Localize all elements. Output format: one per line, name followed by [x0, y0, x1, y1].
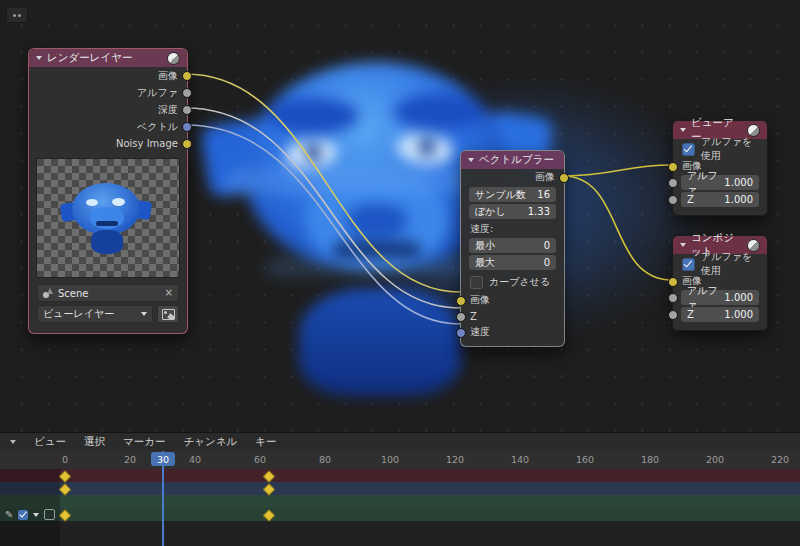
scene-icon	[43, 288, 53, 298]
current-frame-badge[interactable]: 30	[151, 452, 175, 466]
channel-box-icon[interactable]	[44, 509, 55, 520]
render-layers-icon	[167, 52, 180, 65]
channel-name-column	[0, 469, 60, 546]
collapse-icon[interactable]	[680, 243, 686, 247]
use-alpha-row[interactable]: アルファを使用	[673, 139, 767, 159]
socket-speed-in[interactable]	[456, 328, 466, 338]
ruler-tick: 160	[576, 454, 594, 465]
output-vector[interactable]: ベクトル	[29, 118, 187, 135]
input-z[interactable]: Z	[461, 308, 564, 324]
ruler-tick: 80	[319, 454, 331, 465]
channel-band-action[interactable]	[0, 495, 800, 508]
ruler-tick: 140	[511, 454, 529, 465]
use-alpha-row[interactable]: アルファを使用	[673, 254, 767, 274]
ruler-tick: 180	[641, 454, 659, 465]
timeline-menubar: ビュー 選択 マーカー チャンネル キー	[0, 433, 800, 452]
menu-key[interactable]: キー	[255, 435, 276, 449]
ruler-tick: 200	[706, 454, 724, 465]
socket-alpha-out[interactable]	[182, 88, 192, 98]
socket-image-in[interactable]	[668, 162, 678, 172]
ruler-tick: 120	[446, 454, 464, 465]
checkbox-icon[interactable]	[18, 510, 28, 520]
z-field[interactable]: Z 1.000	[681, 307, 759, 322]
node-header[interactable]: ベクトルブラー	[461, 151, 564, 169]
ruler-tick: 100	[381, 454, 399, 465]
socket-z-in[interactable]	[668, 195, 678, 205]
socket-depth-out[interactable]	[182, 105, 192, 115]
menu-select[interactable]: 選択	[84, 435, 105, 449]
output-depth[interactable]: 深度	[29, 101, 187, 118]
render-layer-preview	[36, 158, 180, 278]
editor-collapse-icon[interactable]	[10, 440, 16, 444]
menu-channel[interactable]: チャンネル	[184, 435, 238, 449]
input-speed[interactable]: 速度	[461, 324, 564, 340]
speed-section-label: 速度:	[461, 221, 564, 236]
input-image[interactable]: 画像	[461, 292, 564, 308]
channel-toggle-icons[interactable]: ✎	[5, 509, 55, 520]
curved-checkbox-row[interactable]: カーブさせる	[461, 272, 564, 292]
socket-z-in[interactable]	[668, 310, 678, 320]
socket-z-in[interactable]	[456, 312, 466, 322]
image-icon	[162, 309, 175, 320]
chevron-down-icon	[141, 312, 147, 316]
socket-noisy-out[interactable]	[182, 139, 192, 149]
menu-view[interactable]: ビュー	[34, 435, 66, 449]
editor-type-button[interactable]	[6, 7, 28, 23]
clear-scene-button[interactable]: ×	[165, 288, 173, 298]
node-title: ベクトルブラー	[479, 153, 554, 167]
node-vector-blur[interactable]: ベクトルブラー 画像 サンプル数 16 ぼかし 1.33 速度: 最小 0 最大…	[460, 150, 565, 347]
node-render-layers[interactable]: レンダーレイヤー 画像 アルファ 深度 ベクトル Noisy Image	[28, 48, 188, 334]
min-field[interactable]: 最小 0	[469, 238, 556, 253]
output-image[interactable]: 画像	[461, 169, 564, 185]
node-header[interactable]: レンダーレイヤー	[29, 49, 187, 67]
use-alpha-checkbox[interactable]	[682, 258, 695, 271]
chevron-down-icon[interactable]	[33, 513, 39, 517]
collapse-icon[interactable]	[680, 128, 686, 132]
output-image[interactable]: 画像	[29, 67, 187, 84]
channel-band-object[interactable]	[0, 482, 800, 495]
compositor-node-editor[interactable]: レンダーレイヤー 画像 アルファ 深度 ベクトル Noisy Image	[0, 0, 800, 432]
render-layer-button[interactable]	[157, 305, 179, 323]
use-alpha-checkbox[interactable]	[682, 143, 695, 156]
blur-field[interactable]: ぼかし 1.33	[469, 204, 556, 219]
socket-image-out[interactable]	[182, 71, 192, 81]
frame-ruler[interactable]: 0 20 40 60 80 100 120 140 160 180 200 22…	[0, 451, 800, 470]
socket-image-out[interactable]	[559, 173, 569, 183]
pencil-icon[interactable]: ✎	[5, 510, 13, 520]
node-title: レンダーレイヤー	[47, 51, 132, 65]
samples-field[interactable]: サンプル数 16	[469, 187, 556, 202]
ruler-tick: 60	[254, 454, 266, 465]
socket-alpha-in[interactable]	[668, 178, 678, 188]
channel-band-empty	[0, 521, 800, 546]
timeline-editor[interactable]: ビュー 選択 マーカー チャンネル キー 0 20 40 60 80 100 1…	[0, 432, 800, 546]
socket-image-in[interactable]	[668, 277, 678, 287]
ruler-tick: 40	[189, 454, 201, 465]
ruler-tick: 20	[124, 454, 136, 465]
max-field[interactable]: 最大 0	[469, 255, 556, 270]
curved-checkbox[interactable]	[470, 276, 483, 289]
node-viewer[interactable]: ビューアー アルファを使用 画像 アルファ 1.000 Z 1.000	[672, 120, 768, 216]
ruler-tick: 0	[62, 454, 68, 465]
ruler-tick: 220	[771, 454, 789, 465]
collapse-icon[interactable]	[36, 56, 42, 60]
channel-band-summary[interactable]	[0, 469, 800, 482]
collapse-icon[interactable]	[468, 158, 474, 162]
socket-vector-out[interactable]	[182, 122, 192, 132]
menu-marker[interactable]: マーカー	[123, 435, 166, 449]
editor-type-icon	[13, 14, 16, 17]
output-alpha[interactable]: アルファ	[29, 84, 187, 101]
node-composite[interactable]: コンポジット アルファを使用 画像 アルファ 1.000 Z 1.000	[672, 235, 768, 331]
dopesheet-channels[interactable]: ✎	[0, 469, 800, 546]
output-noisy-image[interactable]: Noisy Image	[29, 135, 187, 152]
alpha-field[interactable]: アルファ 1.000	[681, 175, 759, 190]
view-layer-dropdown[interactable]: ビューレイヤー	[37, 305, 153, 323]
scene-selector[interactable]: Scene ×	[37, 284, 179, 302]
socket-image-in[interactable]	[456, 296, 466, 306]
z-field[interactable]: Z 1.000	[681, 192, 759, 207]
alpha-field[interactable]: アルファ 1.000	[681, 290, 759, 305]
socket-alpha-in[interactable]	[668, 293, 678, 303]
preview-monkey	[59, 177, 155, 257]
channel-band-fcurves[interactable]	[0, 508, 800, 521]
